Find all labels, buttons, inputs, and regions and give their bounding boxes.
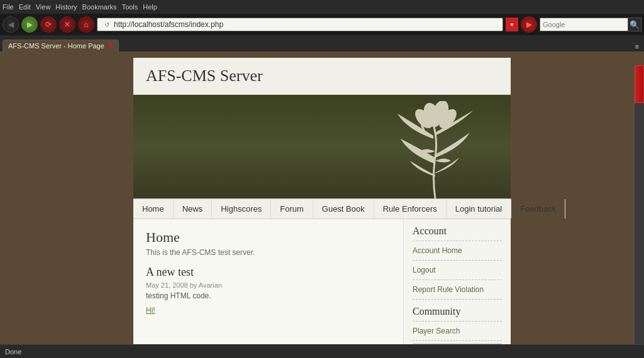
- nav-logintutorial[interactable]: Login tutorial: [447, 199, 511, 219]
- site-main: Home This is the AFS-CMS test server. A …: [133, 219, 511, 358]
- url-icon: ↺: [103, 20, 111, 29]
- scrollbar[interactable]: [634, 65, 644, 345]
- tab-right-icons: ≡: [635, 43, 641, 52]
- stop-button[interactable]: ✕: [59, 16, 75, 33]
- site-banner: [133, 95, 511, 198]
- post-meta: May 21, 2008 by Avarian: [146, 281, 391, 289]
- account-title: Account: [413, 225, 502, 237]
- site-header: AFS-CMS Server: [133, 58, 511, 95]
- tab-label: AFS-CMS Server - Home Page: [8, 42, 104, 50]
- website-content: AFS-CMS Server: [133, 58, 511, 358]
- site-nav: Home News Highscores Forum Guest Book Ru…: [133, 198, 511, 219]
- community-divider: [413, 321, 502, 322]
- nav-news[interactable]: News: [174, 199, 213, 219]
- search-button[interactable]: 🔍: [628, 18, 641, 31]
- status-text: Done: [5, 348, 21, 355]
- search-input[interactable]: [540, 18, 628, 31]
- tab-bar: AFS-CMS Server - Home Page ✕ ≡: [0, 35, 644, 52]
- refresh-button[interactable]: ⟳: [40, 16, 57, 33]
- menu-bar: File Edit View History Bookmarks Tools H…: [0, 0, 644, 14]
- account-home-link[interactable]: Account Home: [413, 244, 502, 258]
- content-heading: Home: [146, 229, 391, 246]
- nav-ruleenforcers[interactable]: Rule Enforcers: [374, 199, 447, 219]
- divider-2: [413, 279, 502, 280]
- sidebar-area: Account Account Home Logout Report Rule …: [404, 219, 511, 358]
- content-area: Home This is the AFS-CMS test server. A …: [133, 219, 404, 358]
- nav-bar: ◀ ▶ ⟳ ✕ ⌂ ↺ http://localhost/afscms/inde…: [0, 14, 644, 35]
- website-wrapper: AFS-CMS Server: [0, 52, 644, 358]
- banner-floral-svg: [372, 101, 498, 198]
- forward-button[interactable]: ▶: [21, 16, 38, 33]
- post-text: testing HTML code.: [146, 291, 391, 300]
- nav-go-button[interactable]: ▶: [521, 16, 537, 33]
- status-bar: Done: [0, 344, 644, 358]
- menu-history[interactable]: History: [55, 3, 77, 11]
- svg-point-4: [430, 114, 440, 124]
- nav-highscores[interactable]: Highscores: [212, 199, 271, 219]
- menu-tools[interactable]: Tools: [122, 3, 138, 11]
- report-link[interactable]: Report Rule Violation: [413, 283, 502, 296]
- back-button[interactable]: ◀: [3, 16, 19, 33]
- tab-options[interactable]: ≡: [635, 43, 639, 50]
- player-search-link[interactable]: Player Search: [413, 324, 502, 338]
- menu-help[interactable]: Help: [143, 3, 157, 11]
- menu-file[interactable]: File: [3, 3, 14, 11]
- divider-3: [413, 299, 502, 300]
- divider-1: [413, 260, 502, 261]
- url-dropdown[interactable]: ▼: [506, 18, 518, 31]
- menu-view[interactable]: View: [36, 3, 51, 11]
- menu-bookmarks[interactable]: Bookmarks: [82, 3, 117, 11]
- home-button[interactable]: ⌂: [78, 16, 94, 33]
- scrollbar-thumb[interactable]: [635, 65, 644, 103]
- nav-feedback[interactable]: Feedback: [511, 199, 565, 219]
- logout-link[interactable]: Logout: [413, 263, 502, 277]
- nav-home[interactable]: Home: [133, 199, 174, 219]
- menu-edit[interactable]: Edit: [19, 3, 31, 11]
- community-title: Community: [413, 306, 502, 317]
- account-divider: [413, 241, 502, 241]
- active-tab[interactable]: AFS-CMS Server - Home Page ✕: [3, 40, 119, 52]
- url-bar[interactable]: ↺ http://localhost/afscms/index.php: [97, 18, 503, 31]
- divider-4: [413, 340, 502, 341]
- browser-chrome: File Edit View History Bookmarks Tools H…: [0, 0, 644, 52]
- post-title: A new test: [146, 266, 391, 279]
- tab-close-button[interactable]: ✕: [107, 41, 113, 50]
- search-container: 🔍: [540, 18, 641, 31]
- nav-guestbook[interactable]: Guest Book: [313, 199, 374, 219]
- content-intro: This is the AFS-CMS test server.: [146, 248, 391, 257]
- url-text: http://localhost/afscms/index.php: [114, 20, 223, 29]
- nav-forum[interactable]: Forum: [271, 199, 313, 219]
- site-title: AFS-CMS Server: [146, 67, 498, 85]
- post-link[interactable]: Hi!: [146, 306, 155, 315]
